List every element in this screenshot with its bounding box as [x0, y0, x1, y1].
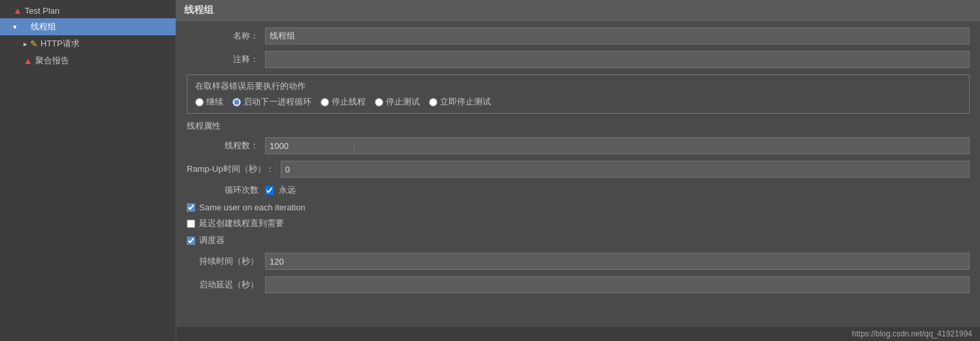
loop-controls: 永远	[265, 184, 296, 196]
thread-icon: ⚙	[20, 22, 28, 32]
name-row: 名称：	[187, 27, 970, 44]
comment-input[interactable]	[265, 51, 970, 68]
radio-continue-label: 继续	[206, 96, 223, 108]
thread-count-label: 线程数：	[187, 140, 265, 152]
http-icon: ✎	[30, 39, 38, 49]
testplan-icon: ▲	[13, 5, 22, 16]
sidebar-item-label: Test Plan	[25, 6, 59, 16]
scheduler-checkbox[interactable]	[187, 236, 195, 245]
form-area: 名称： 注释： 在取样器错误后要执行的动作 继续 启动下一进	[176, 21, 980, 326]
arrow-icon: ▾	[13, 23, 17, 31]
radio-continue[interactable]: 继续	[195, 96, 223, 108]
thread-count-row: 线程数：	[187, 137, 970, 154]
duration-row: 持续时间（秒）	[187, 253, 970, 270]
radio-start-next[interactable]: 启动下一进程循环	[232, 96, 311, 108]
sidebar-item-label: 聚合报告	[35, 55, 69, 67]
sidebar-item-aggregate-report[interactable]: ▲ 聚合报告	[0, 52, 176, 69]
duration-input[interactable]	[265, 253, 970, 270]
sidebar-item-test-plan[interactable]: ▲ Test Plan	[0, 3, 176, 18]
sidebar-item-label: HTTP请求	[40, 38, 80, 50]
ramp-up-label: Ramp-Up时间（秒）：	[187, 163, 281, 175]
report-icon: ▲	[24, 56, 33, 66]
radio-stop-test-now-label: 立即停止测试	[440, 96, 491, 108]
scheduler-row: 调度器	[187, 235, 970, 246]
startup-delay-input[interactable]	[265, 276, 970, 293]
radio-stop-test[interactable]: 停止测试	[375, 96, 420, 108]
thread-props-title: 线程属性	[187, 120, 970, 132]
thread-count-input[interactable]	[265, 137, 970, 154]
delay-thread-checkbox[interactable]	[187, 219, 195, 228]
scheduler-label[interactable]: 调度器	[199, 235, 225, 246]
startup-delay-row: 启动延迟（秒）	[187, 276, 970, 293]
error-radio-group: 继续 启动下一进程循环 停止线程 停止测试	[195, 96, 961, 108]
bottom-bar: https://blog.csdn.net/qq_41921994	[176, 326, 980, 341]
delay-thread-row: 延迟创建线程直到需要	[187, 218, 970, 229]
name-input[interactable]	[265, 27, 970, 44]
forever-checkbox[interactable]	[265, 186, 274, 195]
same-user-row: Same user on each iteration	[187, 203, 970, 212]
sidebar: ▲ Test Plan ▾ ⚙ 线程组 ▸ ✎ HTTP请求 ▲ 聚合报告	[0, 0, 176, 341]
arrow-icon: ▸	[24, 40, 27, 48]
page-title: 线程组	[176, 0, 980, 21]
ramp-up-input[interactable]	[281, 161, 970, 178]
forever-label[interactable]: 永远	[279, 184, 296, 196]
radio-start-next-label: 启动下一进程循环	[244, 96, 311, 108]
main-content: 线程组 名称： 注释： 在取样器错误后要执行的动作 继续	[176, 0, 980, 341]
same-user-label[interactable]: Same user on each iteration	[199, 203, 306, 212]
bottom-url: https://blog.csdn.net/qq_41921994	[852, 329, 972, 338]
radio-stop-thread-label: 停止线程	[332, 96, 366, 108]
content-wrapper: 线程组 名称： 注释： 在取样器错误后要执行的动作 继续	[176, 0, 980, 341]
sidebar-item-http-request[interactable]: ▸ ✎ HTTP请求	[0, 35, 176, 52]
same-user-checkbox[interactable]	[187, 203, 195, 212]
sidebar-item-label: 线程组	[31, 21, 56, 33]
radio-stop-test-now[interactable]: 立即停止测试	[429, 96, 491, 108]
duration-label: 持续时间（秒）	[187, 255, 265, 267]
comment-label: 注释：	[187, 54, 265, 65]
error-action-section: 在取样器错误后要执行的动作 继续 启动下一进程循环 停止线程	[187, 74, 970, 114]
ramp-up-row: Ramp-Up时间（秒）：	[187, 161, 970, 178]
name-label: 名称：	[187, 30, 265, 42]
startup-delay-label: 启动延迟（秒）	[187, 279, 265, 291]
sidebar-item-thread-group[interactable]: ▾ ⚙ 线程组	[0, 18, 176, 35]
error-section-title: 在取样器错误后要执行的动作	[195, 80, 961, 92]
radio-stop-test-label: 停止测试	[386, 96, 420, 108]
loop-count-row: 循环次数 永远	[187, 184, 970, 196]
delay-thread-label[interactable]: 延迟创建线程直到需要	[199, 218, 284, 229]
radio-stop-thread[interactable]: 停止线程	[321, 96, 366, 108]
divider-handle[interactable]	[352, 131, 356, 170]
comment-row: 注释：	[187, 51, 970, 68]
loop-label: 循环次数	[187, 184, 265, 196]
